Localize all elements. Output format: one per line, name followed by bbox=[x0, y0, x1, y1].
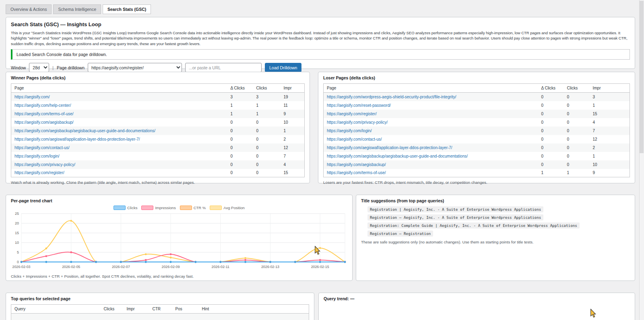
page-link[interactable]: https://aegisify.com/aegisbackup/ bbox=[14, 120, 74, 125]
page-drilldown-label: Page drilldown bbox=[57, 65, 85, 70]
tab-schema-intelligence[interactable]: Schema Intelligence bbox=[53, 4, 101, 14]
svg-text:20: 20 bbox=[15, 221, 19, 225]
legend-item-avg-position[interactable]: Avg Position bbox=[210, 206, 245, 210]
impr-cell: 1 bbox=[590, 152, 630, 160]
svg-text:10: 10 bbox=[15, 241, 19, 245]
impr-cell: 1 bbox=[281, 127, 305, 135]
impr-cell: 15 bbox=[590, 110, 630, 118]
table-row: https://aegisify.com/privacy-policy/004 bbox=[11, 160, 305, 169]
delta-cell: 1 bbox=[227, 110, 253, 118]
clicks-cell: 0 bbox=[253, 152, 281, 160]
page-link[interactable]: https://aegisify.com/login/ bbox=[14, 154, 60, 158]
page-link[interactable]: https://aegisify.com/contact-us/ bbox=[14, 145, 70, 150]
url-input[interactable] bbox=[185, 63, 262, 72]
tab-overview-actions[interactable]: Overview & Actions bbox=[6, 4, 52, 14]
svg-text:5: 5 bbox=[17, 250, 19, 254]
page-link[interactable]: https://aegisify.com/contact-us/ bbox=[327, 137, 382, 141]
page-link[interactable]: https://aegisify.com/aegiswaf/applicatio… bbox=[327, 145, 452, 150]
table-row: https://aegisify.com/register/0015 bbox=[324, 110, 630, 118]
page-title: Search Stats (GSC) — Insights Loop bbox=[11, 21, 630, 27]
suggestions-footnote: These are safe suggestions only (no auto… bbox=[361, 240, 630, 244]
page-link[interactable]: https://aegisify.com/help-center/ bbox=[14, 103, 71, 108]
delta-cell: 0 bbox=[538, 101, 564, 110]
title-suggestions-panel: Title suggestions (from top page queries… bbox=[356, 195, 635, 281]
load-drilldown-button[interactable]: Load Drilldown bbox=[265, 63, 301, 72]
col-impr: Impr bbox=[590, 84, 630, 93]
delta-cell: 0 bbox=[538, 118, 564, 127]
col-pos: Pos bbox=[172, 305, 199, 314]
page-link[interactable]: https://aegisify.com/aegisbackup/aegisba… bbox=[327, 154, 468, 158]
queries-panel-title: Top queries for selected page bbox=[11, 296, 309, 301]
page-link[interactable]: https://aegisify.com/aegisbackup/aegisba… bbox=[14, 129, 155, 133]
legend-item-ctr[interactable]: CTR % bbox=[180, 206, 206, 210]
table-row: https://aegisify.com/contact-us/0012 bbox=[11, 143, 305, 152]
winner-footnote: Watch what is already working. Clone the… bbox=[11, 180, 305, 185]
impr-cell: 3 bbox=[590, 93, 630, 101]
col-page: Page bbox=[11, 84, 227, 93]
page-link[interactable]: https://aegisify.com/ bbox=[14, 95, 50, 99]
legend-item-impressions[interactable]: Impressions bbox=[141, 206, 175, 210]
legend-item-clicks[interactable]: Clicks bbox=[114, 206, 137, 210]
svg-text:2026-02-11: 2026-02-11 bbox=[212, 265, 229, 269]
delta-cell: 0 bbox=[538, 127, 564, 135]
svg-text:15: 15 bbox=[15, 231, 19, 235]
table-row: https://aegisify.com/aegisbackup/0010 bbox=[324, 160, 630, 169]
page-link[interactable]: https://aegisify.com/aegisbackup/ bbox=[327, 162, 386, 167]
page-link[interactable]: https://aegisify.com/terms-of-use/ bbox=[327, 170, 386, 175]
clicks-cell: 3 bbox=[253, 93, 281, 101]
impr-cell: 2 bbox=[590, 143, 630, 152]
col-delta-clicks: Δ Clicks bbox=[227, 84, 253, 93]
page-link[interactable]: https://aegisify.com/wordpress-aegis-shi… bbox=[327, 95, 456, 99]
table-row: https://aegisify.com/aegiswaf/applicatio… bbox=[324, 143, 630, 152]
impr-cell: 2 bbox=[281, 135, 305, 143]
svg-text:2026-02-05: 2026-02-05 bbox=[62, 265, 80, 269]
impr-cell: 9 bbox=[281, 110, 305, 118]
impr-cell: 10 bbox=[281, 118, 305, 127]
clicks-cell: 1 bbox=[253, 101, 281, 110]
clicks-cell: 0 bbox=[564, 110, 590, 118]
delta-cell: 0 bbox=[538, 93, 564, 101]
impr-cell: 15 bbox=[281, 169, 305, 177]
clicks-cell: 0 bbox=[564, 93, 590, 101]
scrollbar-thumb[interactable] bbox=[640, 1, 644, 153]
svg-text:2026-02-13: 2026-02-13 bbox=[261, 265, 279, 269]
impr-cell: 19 bbox=[281, 93, 305, 101]
page-link[interactable]: https://aegisify.com/aegiswaf/applicatio… bbox=[14, 137, 140, 141]
page-link[interactable]: https://aegisify.com/register/ bbox=[327, 112, 377, 116]
col-impr: Impr bbox=[124, 305, 149, 314]
table-row: https://aegisify.com/aegisbackup/aegisba… bbox=[324, 152, 630, 160]
suggestions-list: Registration | Aegisify, Inc. - A Suite … bbox=[361, 206, 630, 237]
legend-swatch bbox=[141, 206, 153, 210]
delta-cell: 3 bbox=[227, 93, 253, 101]
delta-cell: 0 bbox=[227, 169, 253, 177]
table-row: https://aegisify.com/contact-us/0012 bbox=[324, 135, 630, 143]
page-link[interactable]: https://aegisify.com/privacy-policy/ bbox=[327, 120, 388, 125]
trend-chart-panel: Per-page trend chart ClicksImpressionsCT… bbox=[6, 195, 353, 281]
window-select[interactable]: 28d bbox=[29, 63, 49, 72]
clicks-cell: 0 bbox=[253, 160, 281, 169]
impr-cell: 12 bbox=[590, 135, 630, 143]
tab-search-stats-gsc[interactable]: Search Stats (GSC) bbox=[103, 4, 151, 14]
clicks-cell: 0 bbox=[564, 160, 590, 169]
table-row: https://aegisify.com/reset-password/001 bbox=[324, 101, 630, 110]
clicks-cell: 0 bbox=[253, 143, 281, 152]
vertical-scrollbar[interactable] bbox=[639, 0, 644, 320]
table-row: https://aegisify.com/register/0015 bbox=[11, 169, 305, 177]
page-link[interactable]: https://aegisify.com/terms-of-use/ bbox=[14, 112, 74, 116]
svg-text:25: 25 bbox=[15, 212, 19, 216]
page-link[interactable]: https://aegisify.com/register/ bbox=[14, 170, 64, 175]
legend-swatch bbox=[180, 206, 192, 210]
table-header-row: Page Δ Clicks Clicks Impr bbox=[324, 84, 630, 93]
page-link[interactable]: https://aegisify.com/privacy-policy/ bbox=[14, 162, 75, 167]
table-row: https://aegisify.com/terms-of-use/119 bbox=[11, 110, 305, 118]
success-notice: Loaded Search Console data for page dril… bbox=[11, 49, 630, 60]
impr-cell: 12 bbox=[281, 143, 305, 152]
page-drilldown-select[interactable]: https://aegisify.com/register/ bbox=[88, 63, 182, 72]
intro-text: This is your "Search Statistics Inside W… bbox=[11, 30, 630, 46]
page-link[interactable]: https://aegisify.com/reset-password/ bbox=[327, 103, 391, 108]
trend-line-chart: 05101520252026-02-032026-02-052026-02-07… bbox=[11, 210, 348, 272]
page-link[interactable]: https://aegisify.com/login/ bbox=[327, 129, 372, 133]
table-row: https://aegisify.com/wordpress-aegis-shi… bbox=[324, 93, 630, 101]
window-label: Window bbox=[11, 65, 26, 70]
clicks-cell: 0 bbox=[564, 127, 590, 135]
